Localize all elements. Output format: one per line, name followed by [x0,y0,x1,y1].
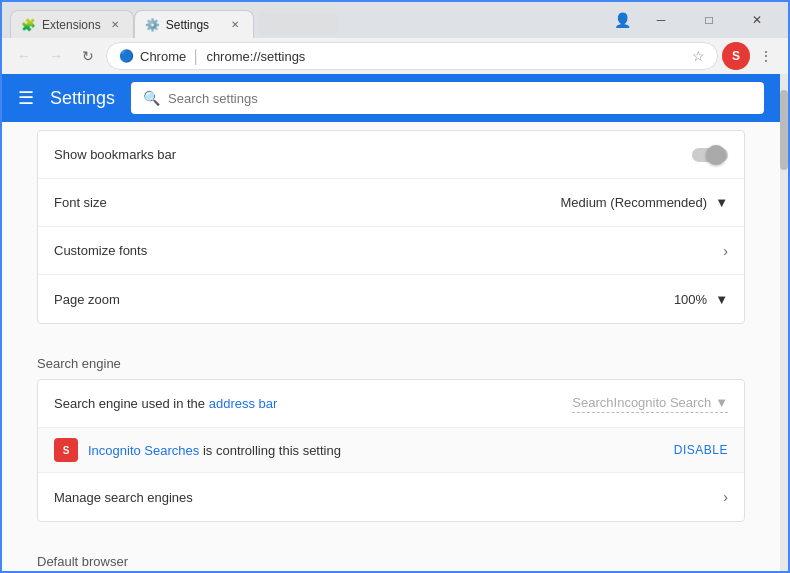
settings-tab-label: Settings [166,18,209,32]
customize-fonts-label: Customize fonts [54,243,723,258]
font-size-row: Font size Medium (Recommended) ▼ [38,179,744,227]
font-size-chevron: ▼ [715,195,728,210]
browser-window: 🧩 Extensions ✕ ⚙️ Settings ✕ 👤 ─ □ ✕ ← →… [0,0,790,573]
bookmark-star-icon[interactable]: ☆ [692,48,705,64]
disable-button[interactable]: DISABLE [674,443,728,457]
extensions-tab-close[interactable]: ✕ [107,17,123,33]
settings-tab-close[interactable]: ✕ [227,17,243,33]
bookmarks-bar-label: Show bookmarks bar [54,147,692,162]
browser-menu-icon[interactable]: ⋮ [752,42,780,70]
incognito-controlling-text: Incognito Searches is controlling this s… [88,443,664,458]
refresh-button[interactable]: ↻ [74,42,102,70]
secure-icon: 🔵 [119,49,134,63]
browser-content-area: ☰ Settings 🔍 Show bookmarks bar [2,74,788,571]
user-account-icon[interactable]: 👤 [608,6,636,34]
settings-tab-icon: ⚙️ [145,18,160,32]
page-zoom-label: Page zoom [54,292,674,307]
incognito-search-icon[interactable]: S [722,42,750,70]
scrollbar[interactable] [780,74,788,571]
title-bar: 🧩 Extensions ✕ ⚙️ Settings ✕ 👤 ─ □ ✕ [2,2,788,38]
search-engine-section-label: Search engine [37,340,745,379]
customize-fonts-row[interactable]: Customize fonts › [38,227,744,275]
window-controls: 👤 ─ □ ✕ [608,6,780,34]
settings-content[interactable]: Show bookmarks bar Font size Medium (Rec… [2,122,780,571]
tab-extensions[interactable]: 🧩 Extensions ✕ [10,10,134,38]
search-engine-label: Search engine used in the address bar [54,396,572,411]
address-bar[interactable]: 🔵 Chrome │ chrome://settings ☆ [106,42,718,70]
close-button[interactable]: ✕ [734,6,780,34]
manage-search-engines-row[interactable]: Manage search engines › [38,473,744,521]
appearance-card: Show bookmarks bar Font size Medium (Rec… [37,130,745,324]
extensions-tab-icon: 🧩 [21,18,36,32]
search-engine-chevron: ▼ [715,395,728,410]
hamburger-icon[interactable]: ☰ [18,87,34,109]
address-chrome-label: Chrome [140,49,186,64]
scrollbar-thumb[interactable] [780,90,788,170]
incognito-controlling-row: S Incognito Searches is controlling this… [38,428,744,473]
incognito-searches-link[interactable]: Incognito Searches [88,443,199,458]
search-bar-settings[interactable]: 🔍 [131,82,764,114]
manage-search-engines-arrow: › [723,489,728,505]
default-browser-section-label: Default browser [37,538,745,571]
address-bar-row: ← → ↻ 🔵 Chrome │ chrome://settings ☆ S ⋮ [2,38,788,74]
search-icon: 🔍 [143,90,160,106]
search-engine-row: Search engine used in the address bar Se… [38,380,744,428]
settings-page: ☰ Settings 🔍 Show bookmarks bar [2,74,780,571]
bookmarks-bar-row: Show bookmarks bar [38,131,744,179]
search-engine-current: SearchIncognito Search [572,395,711,410]
address-url: chrome://settings [206,49,305,64]
forward-button[interactable]: → [42,42,70,70]
content-inner: Show bookmarks bar Font size Medium (Rec… [21,130,761,571]
maximize-button[interactable]: □ [686,6,732,34]
search-settings-input[interactable] [168,91,752,106]
bookmarks-bar-toggle[interactable] [692,148,728,162]
address-bar-actions: S ⋮ [722,42,780,70]
font-size-value[interactable]: Medium (Recommended) ▼ [560,195,728,210]
extensions-tab-label: Extensions [42,18,101,32]
minimize-button[interactable]: ─ [638,6,684,34]
toggle-knob [706,145,726,165]
page-zoom-value[interactable]: 100% ▼ [674,292,728,307]
font-size-label: Font size [54,195,560,210]
search-engine-card: Search engine used in the address bar Se… [37,379,745,522]
back-button[interactable]: ← [10,42,38,70]
settings-header: ☰ Settings 🔍 [2,74,780,122]
address-bar-link[interactable]: address bar [209,396,278,411]
tabs-container: 🧩 Extensions ✕ ⚙️ Settings ✕ [10,10,600,38]
incognito-logo: S [54,438,78,462]
page-zoom-selected: 100% [674,292,707,307]
customize-fonts-arrow: › [723,243,728,259]
manage-search-engines-label: Manage search engines [54,490,723,505]
search-engine-dropdown[interactable]: SearchIncognito Search ▼ [572,395,728,413]
address-separator: │ [192,49,200,64]
tab-settings[interactable]: ⚙️ Settings ✕ [134,10,254,38]
font-size-selected: Medium (Recommended) [560,195,707,210]
page-zoom-chevron: ▼ [715,292,728,307]
page-zoom-row: Page zoom 100% ▼ [38,275,744,323]
settings-title: Settings [50,88,115,109]
